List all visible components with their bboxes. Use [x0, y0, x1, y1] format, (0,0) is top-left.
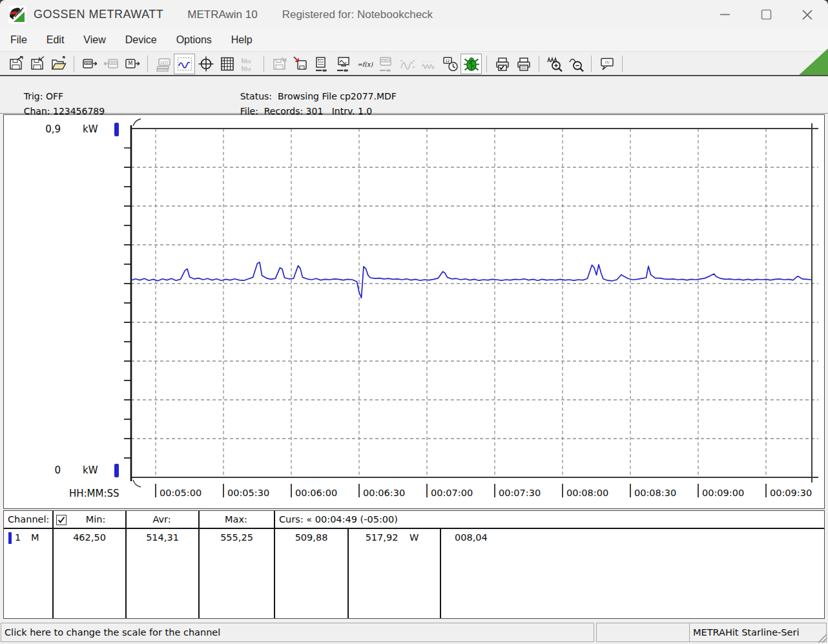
svg-text:1257: 1257	[160, 60, 168, 64]
channel-id[interactable]: 1	[15, 532, 21, 543]
checkmark-icon	[57, 515, 66, 525]
open-file-button[interactable]	[48, 54, 69, 74]
column-divider	[198, 511, 200, 618]
column-divider	[347, 529, 349, 618]
import-data-button[interactable]	[290, 54, 311, 74]
chart-view-button[interactable]	[174, 54, 195, 74]
maximize-icon	[761, 9, 772, 20]
channel-scale-marker-top[interactable]	[114, 123, 119, 136]
col-header-min[interactable]: Min:	[66, 514, 125, 525]
x-tick-label: 00:07:00	[431, 488, 473, 498]
close-button[interactable]	[787, 0, 828, 29]
print-icon	[515, 56, 532, 72]
channel-settings-button[interactable]: 1	[311, 54, 333, 74]
menu-item-file[interactable]: File	[1, 32, 37, 48]
toolbar-separator	[486, 56, 487, 72]
chart-view-icon	[176, 56, 193, 72]
x-tick-label: 00:07:30	[499, 488, 541, 498]
channel-min-value: 462,50	[54, 532, 125, 543]
close-icon	[802, 9, 813, 21]
minimize-icon	[719, 9, 730, 20]
channel-delta-value: 008,04	[455, 532, 488, 543]
channel-table: Channel: Min: Avr: Max: Curs: « 00:04:49…	[3, 510, 825, 619]
time-settings-button[interactable]: 12	[439, 54, 461, 74]
menu-item-view[interactable]: View	[74, 32, 115, 48]
display-settings-button[interactable]	[333, 54, 354, 74]
read-memory-button[interactable]: M	[121, 54, 143, 74]
statusbar-device: METRAHit Starline-Seri	[689, 623, 827, 642]
corner-resize-triangle	[798, 48, 828, 76]
formula-button[interactable]: =f(x)	[354, 54, 375, 74]
menu-item-edit[interactable]: Edit	[37, 32, 74, 48]
statusbar-middle	[596, 623, 690, 642]
title-bar: GOSSEN METRAWATT METRAwin 10 Registered …	[0, 0, 828, 29]
sine-settings-icon	[399, 56, 416, 72]
x-tick-label: 00:06:30	[363, 488, 405, 498]
registration-text: Registered for: Notebookcheck	[282, 8, 433, 21]
resize-grip[interactable]	[816, 632, 827, 643]
toolbar-separator	[591, 56, 592, 72]
histogram-view-button	[238, 54, 259, 74]
device-settings-button: 321	[375, 54, 397, 74]
print-button[interactable]	[513, 54, 534, 74]
statusbar-hint[interactable]: Click here to change the scale for the c…	[1, 623, 594, 642]
export-data-icon	[271, 56, 288, 72]
svg-text:321: 321	[110, 61, 116, 64]
y-axis-top-value: 0,9	[30, 123, 61, 135]
col-header-cursor[interactable]: Curs: « 00:04:49 (-05:00)	[279, 514, 398, 525]
col-header-channel: Channel:	[8, 514, 49, 525]
live-bug-button[interactable]	[461, 54, 482, 74]
export-file-button[interactable]	[5, 54, 26, 74]
table-view-icon	[219, 56, 236, 72]
menu-bar: FileEditViewDeviceOptionsHelp	[0, 29, 828, 51]
col-header-avr[interactable]: Avr:	[125, 514, 198, 525]
menu-item-device[interactable]: Device	[116, 32, 167, 48]
svg-text:321: 321	[383, 59, 388, 62]
live-bug-icon	[463, 56, 480, 72]
channel-cursor1-value: 509,88	[275, 532, 347, 543]
device-settings-icon: 321	[378, 56, 395, 72]
zoom-in-icon	[546, 56, 563, 72]
open-file-icon	[50, 56, 67, 72]
x-tick-label: 00:09:30	[770, 488, 812, 498]
minimize-button[interactable]	[704, 0, 745, 29]
zoom-out-icon	[568, 56, 585, 72]
channel-cursor2-value: 517,92	[356, 532, 408, 543]
ripple-settings-icon	[420, 56, 437, 72]
channel-max-value: 555,25	[200, 532, 274, 543]
histogram-view-icon	[240, 56, 257, 72]
cursor-view-button[interactable]	[195, 54, 216, 74]
channel-scale-marker-bottom[interactable]	[114, 464, 119, 477]
window-controls	[704, 0, 828, 29]
save-file-button[interactable]	[26, 54, 48, 74]
zoom-out-button[interactable]	[565, 54, 586, 74]
multimeter-view-icon: 1257	[155, 56, 172, 72]
read-memory-icon: M	[124, 56, 141, 72]
chart-svg[interactable]	[4, 115, 823, 507]
print-preview-button[interactable]	[492, 54, 513, 74]
x-tick-label: 00:06:00	[295, 488, 337, 498]
export-data-button	[269, 54, 290, 74]
channel-visible-checkbox[interactable]	[56, 515, 67, 525]
toolbar-separator	[74, 56, 74, 72]
toolbar: 321321M12571=f(x)32112!?∕	[0, 51, 828, 76]
column-divider	[125, 511, 127, 618]
read-device-button[interactable]: 321	[79, 54, 100, 74]
column-divider	[52, 511, 54, 618]
annotation-button[interactable]: !?∕	[596, 54, 617, 74]
save-file-icon	[29, 56, 46, 72]
x-tick-label: 00:09:00	[702, 488, 744, 498]
maximize-button[interactable]	[745, 0, 787, 29]
toolbar-separator	[147, 56, 148, 72]
table-view-button[interactable]	[216, 54, 238, 74]
header-divider	[4, 528, 824, 529]
x-tick-label: 00:05:30	[227, 488, 269, 498]
menu-item-options[interactable]: Options	[167, 32, 222, 48]
channel-unit: W	[409, 532, 419, 543]
toolbar-separator	[539, 56, 539, 72]
menu-item-help[interactable]: Help	[222, 32, 262, 48]
column-divider	[440, 529, 441, 618]
app-logo-icon	[8, 6, 26, 24]
zoom-in-button[interactable]	[544, 54, 565, 74]
col-header-max[interactable]: Max:	[198, 514, 274, 525]
